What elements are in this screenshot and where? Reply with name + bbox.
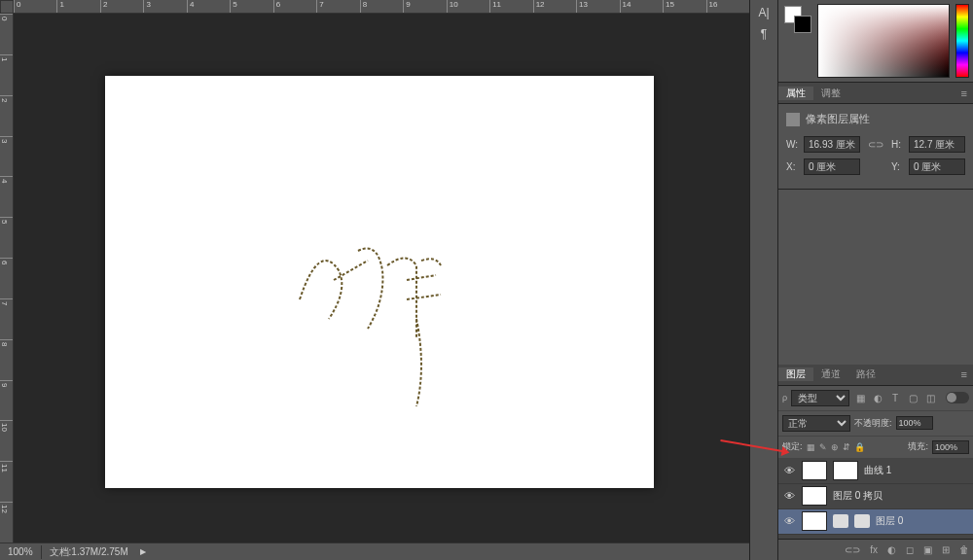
ruler-tick: 4 <box>187 0 230 13</box>
link-wh-icon[interactable]: ⊂⊃ <box>868 139 883 150</box>
trash-icon[interactable]: 🗑 <box>959 544 969 555</box>
ruler-tick: 3 <box>0 136 13 177</box>
opacity-label: 不透明度: <box>854 417 892 430</box>
ruler-tick: 0 <box>0 14 13 54</box>
ruler-tick: 10 <box>0 420 13 461</box>
adjustment-icon[interactable]: ◻ <box>906 544 914 555</box>
ruler-vertical: 0123456789101112 <box>0 14 14 542</box>
panel-spacer <box>778 190 973 365</box>
filter-toggle[interactable] <box>946 392 969 403</box>
ruler-tick: 15 <box>663 0 705 13</box>
fill-input[interactable] <box>932 440 969 454</box>
panel-menu-icon[interactable]: ≡ <box>955 88 973 99</box>
hue-strip[interactable] <box>955 4 969 78</box>
panels-column: 属性 调整 ≡ 像素图层属性 W: ⊂⊃ H: <box>778 0 973 560</box>
color-picker[interactable] <box>817 4 950 78</box>
ruler-tick: 1 <box>56 0 99 13</box>
tab-layers[interactable]: 图层 <box>778 368 813 381</box>
zoom-level[interactable]: 100% <box>0 546 41 557</box>
layer-name[interactable]: 图层 0 <box>876 514 903 528</box>
properties-title-row: 像素图层属性 <box>786 112 965 126</box>
ruler-tick: 13 <box>576 0 619 13</box>
ruler-tick: 1 <box>0 54 13 95</box>
ruler-horizontal: 012345678910111213141516 <box>14 0 749 14</box>
ruler-tick: 8 <box>360 0 403 13</box>
layer-bottom-bar: ⊂⊃ fx ◐ ◻ ▣ ⊞ 🗑 <box>778 539 973 560</box>
properties-panel: 像素图层属性 W: ⊂⊃ H: X: ⊂⊃ <box>778 104 973 190</box>
paragraph-tool-icon[interactable]: ¶ <box>761 27 767 41</box>
layer-blend-row: 正常 不透明度: <box>778 411 973 437</box>
height-field: H: <box>891 136 965 153</box>
tab-properties[interactable]: 属性 <box>778 87 813 100</box>
ruler-tick: 0 <box>14 0 56 13</box>
tab-adjust[interactable]: 调整 <box>813 87 848 100</box>
fx-icon[interactable]: fx <box>870 544 878 555</box>
y-input[interactable] <box>909 158 965 175</box>
canvas-area[interactable] <box>14 14 749 542</box>
visibility-eye-icon[interactable]: 👁 <box>782 515 796 527</box>
layers-menu-icon[interactable]: ≡ <box>955 368 973 380</box>
swatch-block[interactable] <box>782 4 811 78</box>
ruler-tick: 8 <box>0 339 13 380</box>
ruler-tick: 9 <box>403 0 446 13</box>
mask-icon[interactable]: ◐ <box>887 544 896 555</box>
filter-prefix-icon: ρ <box>782 393 787 402</box>
height-input[interactable] <box>909 136 965 153</box>
group-icon[interactable]: ▣ <box>923 544 932 555</box>
lock-all-icon[interactable]: 🔒 <box>854 442 865 452</box>
layer-thumbnail[interactable] <box>802 511 827 531</box>
layer-item[interactable]: 👁图层 0 拷贝 <box>778 484 973 509</box>
ruler-tick: 16 <box>706 0 749 13</box>
layer-thumbnail[interactable] <box>802 461 827 480</box>
filter-shape-icon[interactable]: ▢ <box>906 391 919 404</box>
visibility-eye-icon[interactable]: 👁 <box>782 490 796 502</box>
signature-strokes <box>270 212 523 406</box>
layer-name[interactable]: 图层 0 拷贝 <box>833 489 883 503</box>
ruler-tick: 10 <box>447 0 489 13</box>
lock-artboard-icon[interactable]: ⇵ <box>843 442 850 452</box>
blend-mode-select[interactable]: 正常 <box>782 415 850 432</box>
doc-info[interactable]: 文档:1.37M/2.75M <box>41 545 136 559</box>
status-bar: 100% 文档:1.37M/2.75M ▶ <box>0 542 749 560</box>
lock-pixels-icon[interactable]: ▦ <box>807 442 815 452</box>
width-field: W: <box>786 136 860 153</box>
layer-thumbnail[interactable] <box>802 486 827 506</box>
fill-label: 填充: <box>908 440 928 453</box>
filter-kind-select[interactable]: 类型 <box>791 390 849 406</box>
ruler-tick: 11 <box>489 0 532 13</box>
ruler-tick: 3 <box>143 0 186 13</box>
layer-filter-row: ρ 类型 ▦ ◐ T ▢ ◫ <box>778 386 973 411</box>
ruler-tick: 11 <box>0 461 13 502</box>
ruler-tick: 4 <box>0 176 13 217</box>
lock-brush-icon[interactable]: ✎ <box>819 442 827 452</box>
new-layer-icon[interactable]: ⊞ <box>942 544 950 555</box>
ruler-tick: 5 <box>0 217 13 258</box>
x-input[interactable] <box>804 158 860 175</box>
text-tool-icon[interactable]: A| <box>758 6 769 19</box>
ruler-tick: 2 <box>0 95 13 136</box>
properties-title: 像素图层属性 <box>806 112 870 126</box>
layer-list: 👁曲线 1👁图层 0 拷贝👁图层 0 <box>778 459 973 540</box>
canvas[interactable] <box>105 76 654 488</box>
lock-position-icon[interactable]: ⊕ <box>831 442 839 452</box>
cursor-chip <box>833 514 848 528</box>
layer-name[interactable]: 曲线 1 <box>864 464 891 477</box>
layer-mask-thumbnail[interactable] <box>833 461 858 480</box>
tab-paths[interactable]: 路径 <box>848 368 883 381</box>
color-panel <box>778 0 973 83</box>
ruler-corner <box>0 0 14 14</box>
opacity-input[interactable] <box>896 416 933 430</box>
tab-channels[interactable]: 通道 <box>813 368 848 381</box>
layer-item[interactable]: 👁曲线 1 <box>778 459 973 484</box>
layer-item[interactable]: 👁图层 0 <box>778 509 973 535</box>
status-arrow-icon[interactable]: ▶ <box>140 547 146 556</box>
filter-smart-icon[interactable]: ◫ <box>923 391 937 404</box>
visibility-eye-icon[interactable]: 👁 <box>782 465 796 476</box>
ruler-tick: 6 <box>0 258 13 298</box>
filter-adjust-icon[interactable]: ◐ <box>871 391 884 404</box>
width-input[interactable] <box>804 136 860 153</box>
filter-text-icon[interactable]: T <box>888 391 902 404</box>
link-layers-icon[interactable]: ⊂⊃ <box>845 544 860 555</box>
background-swatch[interactable] <box>794 16 811 33</box>
filter-pixel-icon[interactable]: ▦ <box>853 391 867 404</box>
